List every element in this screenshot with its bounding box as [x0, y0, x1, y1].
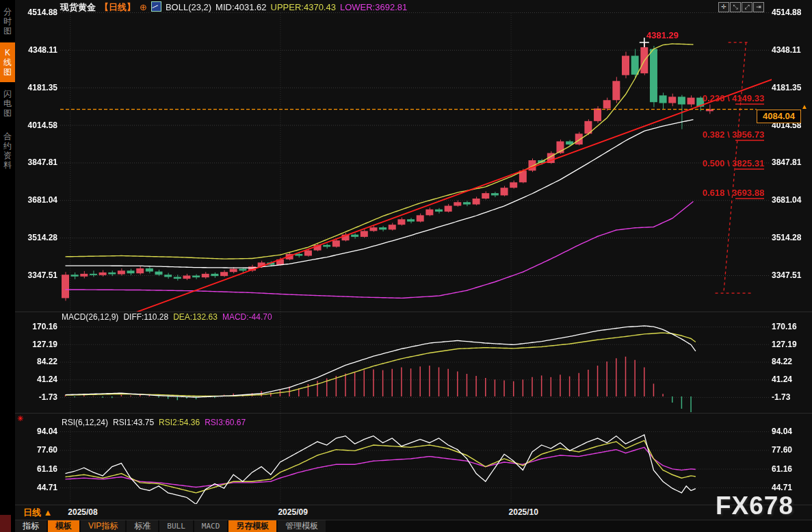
toolbar-button-3[interactable]: VIP指标 [81, 520, 125, 532]
toolbar-button-5[interactable]: BULL [159, 520, 193, 532]
sidebar-item-1[interactable]: 分时图 [0, 3, 15, 40]
price-axis-label: 3681.04 [772, 195, 801, 205]
peak-price-label: 4381.29 [646, 30, 679, 40]
time-axis-tick: 2025/08 [68, 507, 97, 517]
price-axis-label: 4348.11 [16, 45, 57, 55]
last-price-marker: 4084.04 [757, 110, 801, 123]
price-axis-label: 3514.28 [16, 233, 57, 242]
add-indicator-icon[interactable]: ⊕ [140, 2, 147, 12]
price-axis-label: 3847.81 [772, 157, 801, 167]
boll-label[interactable]: BOLL(23,2) [166, 2, 211, 12]
rsi1-value: RSI1:43.75 [113, 418, 154, 427]
macd-axis-label: 170.16 [16, 322, 57, 331]
macd-dea-value: DEA:132.63 [173, 312, 218, 322]
snap-to-price-icon[interactable]: ⇥ [753, 2, 764, 12]
rsi-axis-label: 77.60 [772, 445, 792, 455]
rsi-name[interactable]: RSI(6,12,24) [62, 418, 108, 427]
macd-axis-label: 41.24 [772, 375, 792, 384]
price-axis-label: 3847.81 [16, 157, 57, 167]
rsi-header: RSI(6,12,24)RSI1:43.75RSI2:54.36RSI3:60.… [62, 418, 250, 427]
sidebar-item-4[interactable]: 合约资料 [0, 126, 15, 175]
fit-axis-right-icon[interactable]: ⤢ [742, 2, 752, 12]
period-tag[interactable]: 【日线】 [100, 2, 135, 12]
macd-name[interactable]: MACD(26,12,9) [62, 312, 118, 322]
panel-divider [15, 413, 812, 414]
boll-mid-value: MID:4031.62 [215, 2, 266, 12]
fx678-watermark: FX678 [716, 492, 794, 520]
toolbar-button-1[interactable]: 指标 [15, 520, 47, 532]
boll-lower-value: LOWER:3692.81 [340, 2, 407, 12]
price-axis-label: 4514.88 [772, 8, 801, 17]
rsi-axis-label: 94.04 [16, 427, 57, 436]
macd-axis-label: 127.19 [772, 340, 797, 349]
price-axis-label: 3681.04 [16, 195, 57, 205]
time-axis-row: 日线 ▲ 2025/082025/092025/10 [15, 505, 812, 520]
sidebar-item-3[interactable]: 闪电图 [0, 85, 15, 122]
price-axis-label: 4181.35 [772, 83, 801, 92]
macd-axis-label: 84.22 [16, 357, 57, 366]
toolbar-button-6[interactable]: MACD [194, 520, 228, 532]
price-axis-label: 3514.28 [772, 233, 801, 242]
toolbar-button-2[interactable]: 模板 [48, 520, 79, 532]
time-axis-tick: 2025/09 [278, 507, 307, 517]
template-toolbar: 指标模板VIP指标标准BULLMACD另存模板管理模板 [15, 520, 812, 532]
price-axis-label: 3347.51 [16, 270, 57, 280]
time-axis-tick: 2025/10 [509, 507, 538, 517]
symbol-name: 现货黄金 [60, 2, 96, 12]
price-axis-label: 4514.88 [16, 8, 57, 17]
fib-level-label: 0.236 \ 4149.33 [703, 93, 764, 103]
period-selector[interactable]: 日线 ▲ [23, 507, 52, 519]
macd-axis-label: 127.19 [16, 340, 57, 349]
fit-axis-left-icon[interactable]: ⤡ [730, 2, 741, 12]
mini-chart-icon [151, 1, 161, 12]
rsi-axis-label: 77.60 [16, 445, 57, 455]
alert-dot-icon[interactable]: ✳ [17, 414, 23, 423]
price-pointer-icon[interactable]: ▲ [801, 103, 808, 110]
toolbar-button-4[interactable]: 标准 [127, 520, 158, 532]
rsi3-value: RSI3:60.67 [205, 418, 246, 427]
price-axis-label: 4181.35 [16, 83, 57, 92]
macd-axis-label: -1.73 [772, 392, 790, 402]
trading-terminal: 分时图K线图闪电图合约资料 现货黄金【日线】⊕BOLL(23,2)MID:403… [0, 0, 812, 532]
macd-diff-value: DIFF:110.28 [123, 312, 168, 322]
candlestick-chart-canvas[interactable] [0, 0, 812, 532]
toolbar-button-8[interactable]: 管理模板 [278, 520, 326, 532]
fib-level-label: 0.500 \ 3825.31 [703, 158, 764, 168]
chart-header: 现货黄金【日线】⊕BOLL(23,2)MID:4031.62UPPER:4370… [60, 1, 411, 14]
macd-axis-label: -1.73 [16, 392, 57, 402]
rsi-axis-label: 94.04 [772, 427, 792, 436]
rsi-axis-label: 61.16 [16, 464, 57, 474]
toolbar-button-7[interactable]: 另存模板 [228, 520, 276, 532]
rsi2-value: RSI2:54.36 [159, 418, 200, 427]
rsi-axis-label: 44.71 [16, 483, 57, 492]
macd-header: MACD(26,12,9)DIFF:110.28DEA:132.63MACD:-… [62, 312, 277, 322]
price-axis-label: 3347.51 [772, 270, 801, 280]
fib-level-label: 0.618 \ 3693.88 [703, 188, 764, 198]
macd-axis-label: 41.24 [16, 375, 57, 384]
boll-upper-value: UPPER:4370.43 [271, 2, 336, 12]
chart-type-sidebar: 分时图K线图闪电图合约资料 [0, 0, 15, 532]
fib-level-label: 0.382 \ 3956.73 [703, 129, 764, 140]
macd-value: MACD:-44.70 [222, 312, 272, 322]
corner-block [0, 515, 11, 532]
rsi-axis-label: 61.16 [772, 464, 792, 474]
price-axis-label: 4348.11 [772, 45, 801, 55]
sidebar-item-2[interactable]: K线图 [0, 42, 15, 82]
price-axis-label: 4014.58 [16, 121, 57, 130]
macd-axis-label: 84.22 [772, 357, 792, 366]
rsi-axis-label: 44.71 [772, 483, 792, 492]
panel-divider [15, 312, 812, 312]
macd-axis-label: 170.16 [772, 322, 797, 331]
crosshair-tool-icon[interactable]: ✛ [718, 2, 729, 12]
